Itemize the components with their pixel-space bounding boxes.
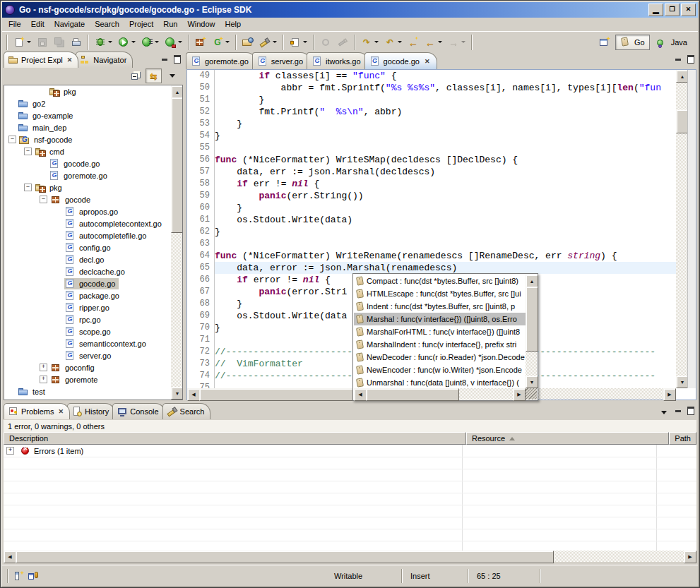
dropdown-arrow-icon[interactable] [273,41,277,43]
last-edit-location-button[interactable]: ← [405,33,422,52]
autocomplete-item[interactable]: Unmarshal : func(data []uint8, v interfa… [354,376,526,388]
view-tab-navigator[interactable]: Navigator [76,52,133,68]
scroll-right-icon[interactable]: ▶ [684,551,696,563]
scroll-left-icon[interactable]: ◀ [354,388,367,401]
scroll-left-icon[interactable]: ◀ [4,551,16,563]
tree-item-gocode-go[interactable]: Ggocode.go [4,277,171,289]
dropdown-arrow-icon[interactable] [303,41,307,43]
bottom-maximize-icon[interactable] [686,407,696,415]
menu-project[interactable]: Project [125,18,159,30]
popup-scroll-thumb[interactable] [526,287,538,352]
dropdown-arrow-icon[interactable] [438,41,442,43]
tree-item-pkg[interactable]: pkg [4,85,171,97]
tree-item-package-go[interactable]: Gpackage.go [4,289,171,301]
menu-edit[interactable]: Edit [27,18,50,30]
scroll-right-icon[interactable]: ▶ [513,388,526,401]
autocomplete-item[interactable]: Compact : func(dst *bytes.Buffer, src []… [354,275,526,287]
popup-horizontal-scrollbar[interactable]: ◀ ▶ [354,388,526,400]
popup-resize-grip[interactable] [526,388,537,400]
open-perspective-button[interactable] [596,33,613,52]
autocomplete-item[interactable]: MarshalIndent : func(v interface{}, pref… [354,338,526,351]
tree-item-declcache-go[interactable]: Gdeclcache.go [4,265,171,277]
tree-item-config-go[interactable]: Gconfig.go [4,241,171,253]
dropdown-arrow-icon[interactable] [374,41,379,43]
tree-item-goremote[interactable]: +goremote [4,373,171,385]
autocomplete-item[interactable]: NewDecoder : func(r io.Reader) *json.Dec… [354,351,526,364]
tree-item-test[interactable]: test [4,385,171,397]
dropdown-arrow-icon[interactable] [178,41,182,43]
tree-item-goremote-go[interactable]: Ggoremote.go [4,169,171,181]
tree-item-gocode-go[interactable]: Ggocode.go [4,157,171,169]
tree-item-cmd[interactable]: −cmd [4,145,171,157]
menu-window[interactable]: Window [183,18,220,30]
autocomplete-item[interactable]: Indent : func(dst *bytes.Buffer, src []u… [354,300,526,313]
dropdown-arrow-icon[interactable] [225,41,230,43]
tree-item-gocode[interactable]: −gocode [4,193,171,205]
project-tree[interactable]: pkggo2go-examplemain_dep−Gnsf-gocode−cmd… [4,85,171,400]
close-button[interactable]: ✕ [681,4,696,16]
tree-item-rpc-go[interactable]: Grpc.go [4,313,171,325]
menu-search[interactable]: Search [90,18,125,30]
previous-annotation-button[interactable]: ↶ [381,33,405,52]
tree-item-decl-go[interactable]: Gdecl.go [4,253,171,265]
tree-item-main-dep[interactable]: main_dep [4,121,171,133]
print-button[interactable] [68,33,85,52]
external-tools-button[interactable] [162,33,185,52]
new-go-project-button[interactable] [192,33,209,52]
column-header-resource[interactable]: Resource [466,432,669,445]
dropdown-arrow-icon[interactable] [461,41,465,43]
autocomplete-list[interactable]: Compact : func(dst *bytes.Buffer, src []… [354,275,526,388]
view-tab-project-expl[interactable]: Project Expl✕ [4,52,78,68]
new-wizard-button[interactable] [11,33,34,52]
view-tab-problems[interactable]: Problems✕ [4,403,70,419]
editor-tab-gocode-go[interactable]: Ggocode.go✕ [364,52,438,69]
expand-icon[interactable]: + [40,364,47,371]
tree-item-server-go[interactable]: Gserver.go [4,349,171,361]
dropdown-arrow-icon[interactable] [155,41,159,43]
explorer-minimize-icon[interactable] [160,55,170,64]
tree-item-autocompletecontext-go[interactable]: Gautocompletecontext.go [4,217,171,229]
editor-vertical-scrollbar[interactable]: ▲ ▼ [676,70,687,388]
collapse-icon[interactable]: − [8,136,16,143]
bottom-view-menu-icon[interactable] [658,407,670,418]
dropdown-arrow-icon[interactable] [131,41,136,43]
scroll-down-icon[interactable]: ▼ [526,376,538,388]
dropdown-arrow-icon[interactable] [27,41,31,43]
tree-item-goconfig[interactable]: +goconfig [4,361,171,373]
fast-view-icon[interactable] [13,570,25,582]
tree-scroll-thumb[interactable] [171,97,183,233]
collapse-icon[interactable]: − [40,196,47,203]
scroll-left-icon[interactable]: ◀ [187,388,200,401]
search-button[interactable] [256,33,280,52]
autocomplete-item[interactable]: NewEncoder : func(w io.Writer) *json.Enc… [354,364,526,376]
problems-horizontal-scrollbar[interactable]: ◀ ▶ [4,551,696,562]
view-tab-history[interactable]: History [67,403,115,419]
view-tab-console[interactable]: Console [112,403,165,419]
tab-close-icon[interactable]: ✕ [58,408,64,415]
perspective-java-button[interactable]: Java [652,35,692,50]
new-go-type-button[interactable]: G [209,33,232,52]
view-tab-search[interactable]: Search [162,403,211,419]
autocomplete-item[interactable]: MarshalForHTML : func(v interface{}) ([]… [354,325,526,338]
annotations-button[interactable] [287,33,310,52]
collapse-icon[interactable]: − [24,148,32,155]
scroll-up-icon[interactable]: ▲ [171,85,183,98]
menu-run[interactable]: Run [159,18,183,30]
debug-button[interactable] [92,33,115,52]
problems-table[interactable]: +Errors (1 item) [4,445,696,551]
editor-tab-server-go[interactable]: Gserver.go [252,52,311,69]
run-configurations-button[interactable] [138,33,162,52]
tab-close-icon[interactable]: ✕ [425,58,430,65]
expand-icon[interactable]: + [40,376,47,383]
scroll-down-icon[interactable]: ▼ [171,387,183,400]
tree-item-nsf-gocode[interactable]: −Gnsf-gocode [4,133,171,145]
scroll-right-icon[interactable]: ▶ [663,388,676,401]
tree-item-autocompletefile-go[interactable]: Gautocompletefile.go [4,229,171,241]
minimize-button[interactable]: ▬ [648,4,663,16]
link-with-editor-button[interactable]: ⇆ [146,68,162,83]
tree-item-go2[interactable]: go2 [4,97,171,109]
problems-hscroll-thumb[interactable] [16,551,554,563]
tree-item-pkg[interactable]: −pkg [4,181,171,193]
collapse-icon[interactable]: − [24,184,32,191]
scroll-up-icon[interactable]: ▲ [526,275,538,287]
